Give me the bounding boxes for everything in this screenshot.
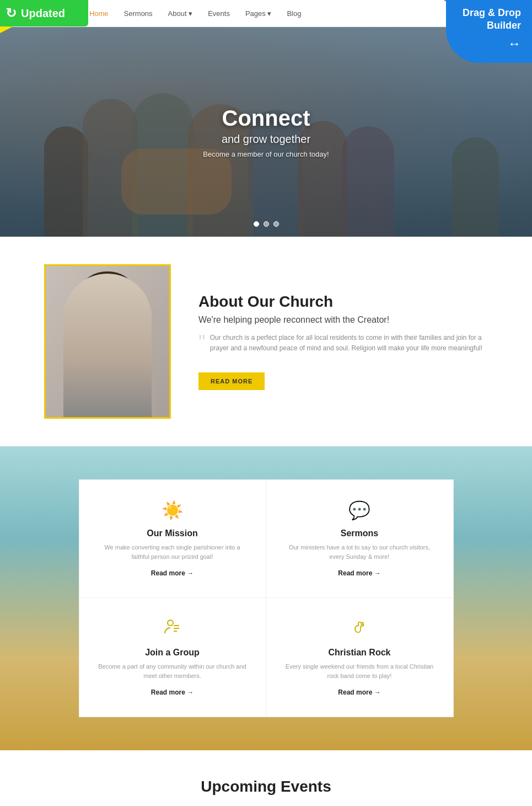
about-content: About Our Church We're helping people re… — [198, 293, 488, 390]
nav-links: Home Sermons About ▾ Events Pages ▾ Blog — [89, 9, 458, 18]
move-icon: ↔ — [463, 35, 521, 52]
mission-title: Our Mission — [96, 529, 249, 538]
nav-blog[interactable]: Blog — [287, 9, 301, 18]
feature-mission: ☀️ Our Mission We make converting each s… — [79, 480, 266, 598]
about-title: About Our Church — [198, 293, 488, 311]
nav-about[interactable]: About ▾ — [168, 9, 193, 18]
features-section: ☀️ Our Mission We make converting each s… — [0, 446, 532, 750]
hero-tagline: Become a member of our church today! — [203, 150, 329, 158]
nav-sermons[interactable]: Sermons — [124, 9, 153, 18]
sermons-read-more[interactable]: Read more — [338, 569, 380, 577]
about-body: Our church is a perfect place for all lo… — [198, 333, 488, 354]
about-section: About Our Church We're helping people re… — [0, 237, 532, 446]
sermons-title: Sermons — [283, 529, 437, 538]
sermons-icon: 💬 — [283, 500, 437, 521]
hero-heading: Connect — [203, 106, 329, 131]
events-section: Upcoming Events — [0, 750, 532, 806]
svg-point-0 — [168, 620, 173, 626]
about-image — [44, 264, 171, 419]
feature-sermons: 💬 Sermons Our ministers have a lot to sa… — [266, 480, 453, 598]
rock-title: Christian Rock — [283, 648, 437, 658]
rock-read-more[interactable]: Read more — [338, 688, 380, 696]
features-card: ☀️ Our Mission We make converting each s… — [79, 479, 454, 717]
updated-label: Updated — [21, 7, 65, 20]
mission-read-more[interactable]: Read more — [151, 569, 194, 577]
feature-rock: Christian Rock Every single weekend our … — [266, 598, 453, 717]
hero-dot-1[interactable] — [254, 221, 259, 227]
group-read-more[interactable]: Read more — [151, 688, 194, 696]
hero-dot-2[interactable] — [264, 221, 269, 227]
group-icon — [96, 618, 249, 640]
nav-pages[interactable]: Pages ▾ — [245, 9, 271, 18]
hero-text: Connect and grow together Become a membe… — [203, 106, 329, 158]
mission-desc: We make converting each single parishion… — [96, 543, 249, 561]
group-desc: Become a part of any community within ou… — [96, 662, 249, 680]
rock-desc: Every single weekend our friends from a … — [283, 662, 437, 680]
dnd-badge: Drag & Drop Builder ↔ — [446, 0, 532, 63]
nav-events[interactable]: Events — [208, 9, 230, 18]
dnd-label: Drag & Drop Builder — [463, 7, 521, 33]
hero-subheading: and grow together — [203, 133, 329, 146]
hero-dots — [254, 221, 279, 227]
quote-icon: " — [198, 333, 206, 353]
hero-dot-3[interactable] — [273, 221, 279, 227]
feature-group: Join a Group Become a part of any commun… — [79, 598, 266, 717]
events-title: Upcoming Events — [22, 778, 510, 796]
about-subtitle: We're helping people reconnect with the … — [198, 315, 488, 325]
refresh-icon: ↻ — [6, 6, 17, 21]
mission-icon: ☀️ — [96, 500, 249, 521]
rock-icon — [283, 618, 437, 640]
updated-badge: ↻ Updated — [0, 0, 88, 26]
read-more-button[interactable]: READ MORE — [198, 372, 265, 390]
nav-home[interactable]: Home — [89, 9, 109, 18]
sermons-desc: Our ministers have a lot to say to our c… — [283, 543, 437, 561]
person-silhouette — [63, 274, 152, 417]
group-title: Join a Group — [96, 648, 249, 658]
